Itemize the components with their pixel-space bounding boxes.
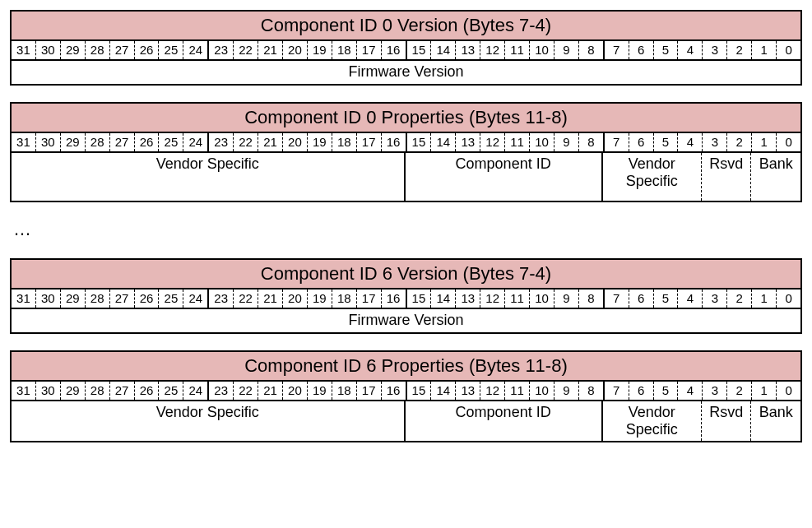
field-row: Vendor Specific Component ID Vendor Spec… (12, 153, 800, 201)
field-vendor-specific: Vendor Specific (603, 401, 702, 441)
register-block: Component ID 0 Properties (Bytes 11-8) 3… (10, 102, 802, 202)
field-reserved: Rsvd (702, 401, 752, 441)
register-block: Component ID 6 Properties (Bytes 11-8) 3… (10, 350, 802, 442)
register-title: Component ID 6 Version (Bytes 7-4) (12, 260, 800, 289)
field-component-id: Component ID (406, 153, 603, 201)
register-title: Component ID 0 Version (Bytes 7-4) (12, 12, 800, 41)
bit-header: 3130292827262524 2322212019181716 151413… (12, 133, 800, 153)
register-title: Component ID 0 Properties (Bytes 11-8) (12, 104, 800, 133)
field-row: Vendor Specific Component ID Vendor Spec… (12, 401, 800, 441)
register-block: Component ID 6 Version (Bytes 7-4) 31302… (10, 258, 802, 334)
field-vendor-specific: Vendor Specific (12, 153, 406, 201)
bit-header: 3130292827262524 2322212019181716 151413… (12, 382, 800, 401)
field-component-id: Component ID (406, 401, 603, 441)
field-bank: Bank (751, 401, 800, 441)
field-row: Firmware Version (12, 61, 800, 84)
field-vendor-specific: Vendor Specific (603, 153, 702, 201)
field-reserved: Rsvd (702, 153, 752, 201)
field-vendor-specific: Vendor Specific (12, 401, 406, 441)
bit-header: 3130292827262524 2322212019181716 151413… (12, 41, 800, 61)
field-row: Firmware Version (12, 309, 800, 332)
register-title: Component ID 6 Properties (Bytes 11-8) (12, 352, 800, 382)
register-block: Component ID 0 Version (Bytes 7-4) 31302… (10, 10, 802, 86)
ellipsis: … (13, 219, 799, 240)
bit-header: 3130292827262524 2322212019181716 151413… (12, 289, 800, 309)
field-firmware-version: Firmware Version (12, 61, 800, 84)
field-bank: Bank (751, 153, 800, 201)
field-firmware-version: Firmware Version (12, 309, 800, 332)
